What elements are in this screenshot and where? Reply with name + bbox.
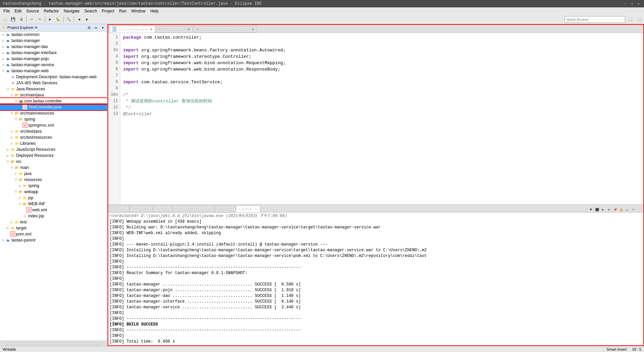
toolbar-run[interactable]: ▶: [46, 16, 54, 23]
toolbar-prev[interactable]: ◀: [75, 16, 83, 23]
toolbar-save[interactable]: 💾: [9, 16, 17, 23]
expand-icon: ▷: [5, 148, 10, 151]
console-line: [INFO]: [110, 259, 642, 265]
tree-item-spring-2[interactable]: ▷ 📁 spring: [0, 183, 107, 189]
expand-icon: ▽: [5, 87, 10, 91]
scroll-right-btn[interactable]: ▶: [102, 341, 107, 346]
tree-item-resources-src[interactable]: ▽ 📂 resources: [0, 177, 107, 183]
console-tab-close[interactable]: ✕: [254, 207, 257, 211]
minimize-button[interactable]: −: [622, 1, 628, 6]
tab-datasource[interactable]: Data Source Explorer: [173, 206, 214, 212]
link-editor-btn[interactable]: ⇔: [93, 25, 98, 31]
tree-label: src/test/resources: [20, 135, 52, 140]
tree-item-web-inf[interactable]: ▽ 📂 WEB-INF: [0, 201, 107, 207]
tree-item-libraries[interactable]: ▷ 📁 Libraries: [0, 140, 107, 146]
tree-item-jsp[interactable]: ▷ 📁 jsp: [0, 195, 107, 201]
menu-search[interactable]: Search: [82, 8, 99, 14]
maximize-console-btn[interactable]: ⬜: [637, 207, 642, 212]
toolbar-print[interactable]: 🖨: [17, 16, 25, 23]
menu-refactor[interactable]: Refactor: [42, 8, 61, 14]
tab-markers[interactable]: Markers: [110, 206, 129, 212]
tree-item-taotao-manager-dao[interactable]: ▷ 🖿 taotao-manager-dao: [0, 44, 107, 50]
menu-navigate[interactable]: Navigate: [62, 8, 81, 14]
tree-item-target[interactable]: ▷ 📁 target: [0, 225, 107, 231]
editor-menu-btn[interactable]: ▾: [637, 27, 642, 33]
toolbar-debug[interactable]: 🐛: [54, 16, 62, 23]
tab-close-btn[interactable]: ✕: [150, 28, 152, 31]
new-console-btn[interactable]: ⊕: [606, 207, 612, 212]
xml-tab-icon: X: [159, 28, 161, 31]
tree-item-test[interactable]: ▷ 📁 test: [0, 219, 107, 225]
tree-item-deployment-descriptor[interactable]: ⚙ Deployment Descriptor: taotao-manager-…: [0, 74, 107, 80]
tab-springmvc[interactable]: X springmvc.xml ✕: [156, 26, 193, 33]
tree-item-deployed-resources[interactable]: ▷ 📁 Deployed Resources: [0, 152, 107, 159]
tree-item-src-test-java[interactable]: ▷ 📁 src/test/java: [0, 128, 107, 134]
tree-item-java-resources[interactable]: ▽ 📁 Java Resources: [0, 86, 107, 92]
tree-item-src-main-java[interactable]: ▽ 📂 src/main/java: [0, 92, 107, 98]
tab-console[interactable]: Console ✕: [236, 206, 260, 212]
relaunch-btn[interactable]: ▶: [600, 207, 606, 212]
code-editor[interactable]: 1 2 3≡ 4 5 6 7 8 9 10≡ 11 12 13 package …: [108, 33, 643, 204]
tree-item-pom-xml[interactable]: X pom.xml: [0, 231, 107, 237]
tree-item-taotao-manager-pojo[interactable]: ▷ 🖿 taotao-manager-pojo: [0, 56, 107, 62]
tree-item-test-controller[interactable]: J TestController.java: [0, 104, 107, 110]
toolbar-new[interactable]: ⬜: [1, 16, 9, 23]
tab-close-btn[interactable]: ✕: [187, 28, 190, 31]
tree-item-com-taotao-controller[interactable]: ▽ 📦 com.taotao.controller: [0, 98, 107, 104]
tree-item-main[interactable]: ▽ 📂 main: [0, 165, 107, 171]
toolbar-undo[interactable]: ↩: [28, 16, 35, 23]
toolbar-perspective[interactable]: ⬜: [627, 16, 634, 23]
toolbar-redo[interactable]: ↪: [36, 16, 43, 23]
terminate-btn[interactable]: ⬛: [594, 207, 600, 212]
tree-item-jax-ws[interactable]: ⚙ JAX-WS Web Services: [0, 80, 107, 86]
console-menu-btn[interactable]: ▾: [631, 207, 636, 212]
toolbar-search[interactable]: 🔍: [65, 16, 72, 23]
pin-console-btn[interactable]: 📌: [612, 207, 618, 212]
tab-properties[interactable]: Properties: [130, 206, 153, 212]
maximize-button[interactable]: □: [629, 1, 635, 6]
maximize-editor-btn[interactable]: ⬜: [631, 27, 636, 33]
tree-item-src[interactable]: ▽ 📂 src: [0, 159, 107, 165]
word-wrap-btn[interactable]: ↵: [625, 207, 630, 212]
tree-item-javascript-resources[interactable]: ▷ 📁 JavaScript Resources: [0, 146, 107, 152]
collapse-all-btn[interactable]: ⊟: [86, 25, 92, 31]
tab-test-controller[interactable]: J TestController.java ✕: [110, 26, 155, 33]
scroll-left-btn[interactable]: ◀: [0, 341, 5, 346]
tree-item-springmvc-xml[interactable]: X springmvc.xml: [0, 122, 107, 128]
code-line-8: import com.taotao.service.TestService;: [123, 79, 641, 85]
menu-edit[interactable]: Edit: [12, 8, 24, 14]
menu-help[interactable]: Help: [148, 8, 161, 14]
clear-console-btn[interactable]: ⬜: [582, 207, 588, 212]
tab-snippets[interactable]: Snippets: [215, 206, 235, 212]
pe-menu-btn[interactable]: ▾: [100, 25, 105, 31]
console-content[interactable]: <terminated> D:\java\jdk1.8.0_251\bin\ja…: [108, 213, 643, 345]
tree-item-java-src[interactable]: ▷ 📁 java: [0, 171, 107, 177]
tree-item-web-xml[interactable]: X web.xml: [0, 207, 107, 213]
toolbar-view[interactable]: ⬜: [635, 16, 643, 23]
tree-item-taotao-manager-web[interactable]: ▽ 🖿 taotao-manager-web: [0, 68, 107, 74]
tree-item-index-jsp[interactable]: J index.jsp: [0, 213, 107, 219]
menu-project[interactable]: Project: [100, 8, 116, 14]
menu-run[interactable]: Run: [117, 8, 128, 14]
tree-item-taotao-manager-service[interactable]: ▷ 🖿 taotao-manager-service: [0, 62, 107, 68]
menu-window[interactable]: Window: [129, 8, 148, 14]
tab-appcontext[interactable]: X applicationContext-service.xml ✕: [194, 26, 257, 33]
tab-close-btn[interactable]: ✕: [251, 28, 254, 31]
tree-item-taotao-common[interactable]: ▷ 🖿 taotao-common: [0, 32, 107, 38]
tree-item-taotao-parent[interactable]: ▷ 🖿 taotao-parent: [0, 237, 107, 243]
quick-access-input[interactable]: [565, 16, 625, 23]
tree-item-spring[interactable]: ▽ 📂 spring: [0, 116, 107, 122]
scroll-lock-btn[interactable]: 🔒: [618, 207, 624, 212]
tree-item-webapp[interactable]: ▽ 📂 webapp: [0, 189, 107, 195]
stop-btn[interactable]: ■: [588, 207, 594, 212]
tab-servers[interactable]: Servers: [153, 206, 172, 212]
toolbar-next[interactable]: ▶: [83, 16, 91, 23]
tree-item-taotao-manager-interface[interactable]: ▷ 🖿 taotao-manager-interface: [0, 50, 107, 56]
menu-file[interactable]: File: [1, 8, 12, 14]
tree-item-taotao-manager[interactable]: ▷ 🖿 taotao-manager: [0, 38, 107, 44]
tree-item-src-test-resources[interactable]: ▷ 📁 src/test/resources: [0, 134, 107, 140]
tree-item-src-main-resources[interactable]: ▽ 📂 src/main/resources: [0, 110, 107, 116]
scroll-track[interactable]: [6, 342, 101, 345]
close-button[interactable]: ✕: [636, 1, 641, 6]
menu-source[interactable]: Source: [24, 8, 41, 14]
